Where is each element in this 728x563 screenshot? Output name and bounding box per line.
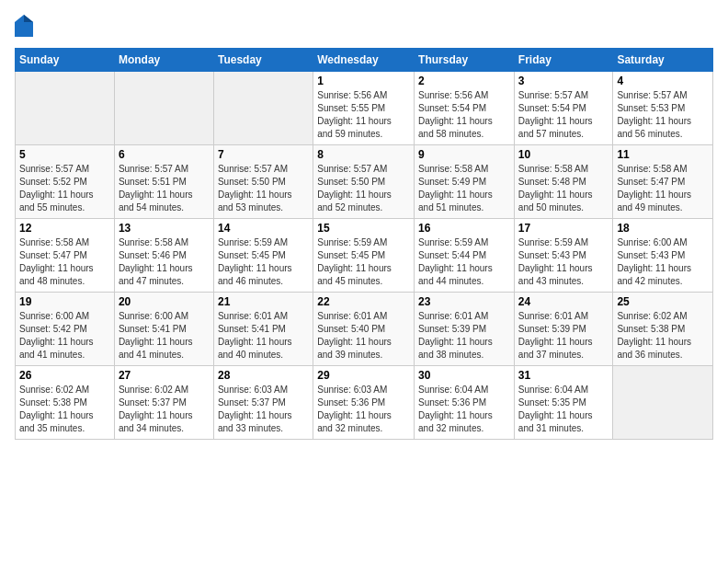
day-number: 2 [418, 75, 510, 87]
day-number: 8 [317, 148, 410, 161]
day-number: 9 [418, 148, 510, 161]
day-info: Sunrise: 5:59 AM Sunset: 5:45 PM Dayligh… [218, 236, 309, 288]
calendar-cell: 18Sunrise: 6:00 AM Sunset: 5:43 PM Dayli… [613, 219, 713, 293]
day-number: 29 [317, 369, 410, 382]
day-info: Sunrise: 5:58 AM Sunset: 5:46 PM Dayligh… [119, 236, 210, 288]
calendar-cell: 20Sunrise: 6:00 AM Sunset: 5:41 PM Dayli… [114, 293, 213, 366]
day-number: 12 [19, 222, 110, 235]
calendar-cell: 4Sunrise: 5:57 AM Sunset: 5:53 PM Daylig… [613, 72, 713, 145]
calendar-cell: 19Sunrise: 6:00 AM Sunset: 5:42 PM Dayli… [16, 293, 115, 366]
day-info: Sunrise: 6:01 AM Sunset: 5:39 PM Dayligh… [518, 310, 609, 362]
calendar-cell: 7Sunrise: 5:57 AM Sunset: 5:50 PM Daylig… [213, 145, 313, 219]
day-number: 22 [317, 295, 410, 308]
day-number: 11 [617, 148, 709, 161]
day-number: 15 [317, 222, 410, 235]
day-info: Sunrise: 6:02 AM Sunset: 5:38 PM Dayligh… [617, 310, 709, 362]
day-number: 26 [19, 369, 110, 382]
calendar-cell: 2Sunrise: 5:56 AM Sunset: 5:54 PM Daylig… [415, 72, 515, 145]
day-number: 17 [518, 222, 609, 235]
calendar-cell: 5Sunrise: 5:57 AM Sunset: 5:52 PM Daylig… [16, 145, 115, 219]
calendar-cell: 21Sunrise: 6:01 AM Sunset: 5:41 PM Dayli… [213, 293, 313, 366]
day-number: 13 [119, 222, 210, 235]
day-number: 10 [518, 148, 609, 161]
day-info: Sunrise: 6:00 AM Sunset: 5:42 PM Dayligh… [19, 310, 110, 362]
calendar-week-row: 19Sunrise: 6:00 AM Sunset: 5:42 PM Dayli… [16, 293, 713, 366]
calendar-cell: 27Sunrise: 6:02 AM Sunset: 5:37 PM Dayli… [114, 366, 213, 440]
day-info: Sunrise: 5:57 AM Sunset: 5:51 PM Dayligh… [119, 163, 210, 214]
day-info: Sunrise: 5:56 AM Sunset: 5:55 PM Dayligh… [317, 89, 410, 141]
calendar-week-row: 5Sunrise: 5:57 AM Sunset: 5:52 PM Daylig… [16, 145, 713, 219]
day-number: 4 [617, 75, 709, 87]
weekday-header: Thursday [415, 49, 515, 72]
day-number: 16 [418, 222, 510, 235]
day-info: Sunrise: 5:57 AM Sunset: 5:53 PM Dayligh… [617, 89, 709, 141]
calendar-cell: 26Sunrise: 6:02 AM Sunset: 5:38 PM Dayli… [16, 366, 115, 440]
day-info: Sunrise: 5:58 AM Sunset: 5:47 PM Dayligh… [617, 163, 709, 214]
day-number: 19 [19, 295, 110, 308]
calendar-cell: 24Sunrise: 6:01 AM Sunset: 5:39 PM Dayli… [514, 293, 613, 366]
day-number: 7 [218, 148, 309, 161]
day-info: Sunrise: 5:56 AM Sunset: 5:54 PM Dayligh… [418, 89, 510, 141]
day-info: Sunrise: 5:58 AM Sunset: 5:49 PM Dayligh… [418, 163, 510, 214]
svg-marker-1 [24, 15, 33, 22]
day-info: Sunrise: 5:58 AM Sunset: 5:47 PM Dayligh… [19, 236, 110, 288]
calendar-cell: 1Sunrise: 5:56 AM Sunset: 5:55 PM Daylig… [313, 72, 415, 145]
calendar-cell: 14Sunrise: 5:59 AM Sunset: 5:45 PM Dayli… [213, 219, 313, 293]
calendar-cell: 23Sunrise: 6:01 AM Sunset: 5:39 PM Dayli… [415, 293, 515, 366]
calendar-cell [114, 72, 213, 145]
day-info: Sunrise: 6:02 AM Sunset: 5:38 PM Dayligh… [19, 384, 110, 435]
day-number: 23 [418, 295, 510, 308]
calendar-cell: 8Sunrise: 5:57 AM Sunset: 5:50 PM Daylig… [313, 145, 415, 219]
day-info: Sunrise: 5:58 AM Sunset: 5:48 PM Dayligh… [518, 163, 609, 214]
calendar-cell: 6Sunrise: 5:57 AM Sunset: 5:51 PM Daylig… [114, 145, 213, 219]
day-info: Sunrise: 5:59 AM Sunset: 5:45 PM Dayligh… [317, 236, 410, 288]
day-info: Sunrise: 6:03 AM Sunset: 5:37 PM Dayligh… [218, 384, 309, 435]
calendar: SundayMondayTuesdayWednesdayThursdayFrid… [15, 48, 713, 440]
calendar-cell [16, 72, 115, 145]
logo [15, 15, 37, 37]
calendar-body: 1Sunrise: 5:56 AM Sunset: 5:55 PM Daylig… [16, 72, 713, 440]
day-info: Sunrise: 5:59 AM Sunset: 5:44 PM Dayligh… [418, 236, 510, 288]
calendar-cell: 13Sunrise: 5:58 AM Sunset: 5:46 PM Dayli… [114, 219, 213, 293]
calendar-cell: 3Sunrise: 5:57 AM Sunset: 5:54 PM Daylig… [514, 72, 613, 145]
calendar-cell: 30Sunrise: 6:04 AM Sunset: 5:36 PM Dayli… [415, 366, 515, 440]
calendar-cell: 11Sunrise: 5:58 AM Sunset: 5:47 PM Dayli… [613, 145, 713, 219]
day-number: 3 [518, 75, 609, 87]
calendar-cell [613, 366, 713, 440]
calendar-cell: 15Sunrise: 5:59 AM Sunset: 5:45 PM Dayli… [313, 219, 415, 293]
calendar-cell: 22Sunrise: 6:01 AM Sunset: 5:40 PM Dayli… [313, 293, 415, 366]
day-info: Sunrise: 5:57 AM Sunset: 5:50 PM Dayligh… [317, 163, 410, 214]
day-info: Sunrise: 6:01 AM Sunset: 5:40 PM Dayligh… [317, 310, 410, 362]
day-info: Sunrise: 6:00 AM Sunset: 5:41 PM Dayligh… [119, 310, 210, 362]
day-info: Sunrise: 5:59 AM Sunset: 5:43 PM Dayligh… [518, 236, 609, 288]
weekday-header: Monday [114, 49, 213, 72]
day-number: 27 [119, 369, 210, 382]
day-info: Sunrise: 6:02 AM Sunset: 5:37 PM Dayligh… [119, 384, 210, 435]
calendar-cell: 10Sunrise: 5:58 AM Sunset: 5:48 PM Dayli… [514, 145, 613, 219]
day-number: 6 [119, 148, 210, 161]
calendar-week-row: 26Sunrise: 6:02 AM Sunset: 5:38 PM Dayli… [16, 366, 713, 440]
calendar-cell: 28Sunrise: 6:03 AM Sunset: 5:37 PM Dayli… [213, 366, 313, 440]
day-info: Sunrise: 6:04 AM Sunset: 5:36 PM Dayligh… [418, 384, 510, 435]
day-number: 31 [518, 369, 609, 382]
calendar-header-row: SundayMondayTuesdayWednesdayThursdayFrid… [16, 49, 713, 72]
day-info: Sunrise: 6:01 AM Sunset: 5:39 PM Dayligh… [418, 310, 510, 362]
page-header [15, 15, 713, 37]
day-number: 25 [617, 295, 709, 308]
weekday-header: Tuesday [213, 49, 313, 72]
calendar-cell: 9Sunrise: 5:58 AM Sunset: 5:49 PM Daylig… [415, 145, 515, 219]
weekday-header: Wednesday [313, 49, 415, 72]
calendar-cell: 29Sunrise: 6:03 AM Sunset: 5:36 PM Dayli… [313, 366, 415, 440]
weekday-header: Sunday [16, 49, 115, 72]
day-number: 24 [518, 295, 609, 308]
day-number: 28 [218, 369, 309, 382]
day-number: 1 [317, 75, 410, 87]
calendar-week-row: 12Sunrise: 5:58 AM Sunset: 5:47 PM Dayli… [16, 219, 713, 293]
calendar-cell: 16Sunrise: 5:59 AM Sunset: 5:44 PM Dayli… [415, 219, 515, 293]
day-info: Sunrise: 6:01 AM Sunset: 5:41 PM Dayligh… [218, 310, 309, 362]
day-number: 21 [218, 295, 309, 308]
day-info: Sunrise: 5:57 AM Sunset: 5:52 PM Dayligh… [19, 163, 110, 214]
weekday-header: Saturday [613, 49, 713, 72]
weekday-header: Friday [514, 49, 613, 72]
calendar-week-row: 1Sunrise: 5:56 AM Sunset: 5:55 PM Daylig… [16, 72, 713, 145]
